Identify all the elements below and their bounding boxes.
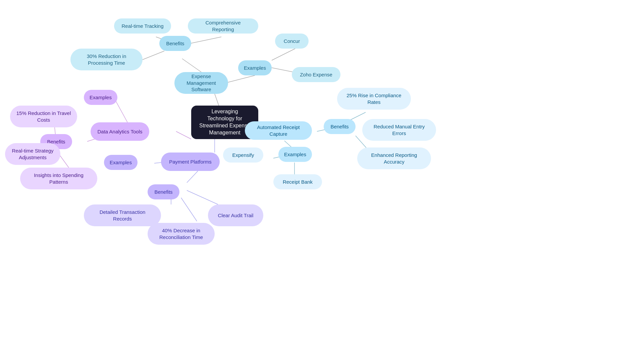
- data-analytics-node: Data Analytics Tools: [91, 122, 149, 141]
- examples-data-node: Examples: [84, 90, 117, 105]
- comprehensive-reporting-node: Comprehensive Reporting: [188, 18, 258, 34]
- examples-receipt-node: Examples: [278, 147, 312, 162]
- insights-spending-node: Insights into Spending Patterns: [20, 168, 97, 189]
- realtime-strategy-node: Real-time Strategy Adjustments: [5, 143, 60, 165]
- svg-line-3: [190, 37, 221, 44]
- svg-line-4: [143, 51, 164, 60]
- svg-line-8: [176, 131, 191, 139]
- benefits-payment-node: Benefits: [148, 184, 179, 199]
- realtime-tracking-node: Real-time Tracking: [114, 18, 171, 34]
- payment-platforms-node: Payment Platforms: [161, 153, 220, 171]
- expensify-node: Expensify: [223, 147, 263, 163]
- svg-line-18: [187, 190, 218, 204]
- center-label: Leveraging Technology for Streamlined Ex…: [197, 108, 252, 136]
- benefits-top-node: Benefits: [159, 36, 191, 51]
- automated-receipt-node: Automated Receipt Capture: [245, 121, 312, 140]
- svg-line-19: [181, 198, 197, 221]
- examples-payment-node: Examples: [104, 155, 138, 170]
- svg-line-21: [284, 141, 292, 147]
- compliance-rates-node: 25% Rise in Compliance Rates: [337, 88, 411, 110]
- benefits-receipt-node: Benefits: [324, 119, 356, 134]
- receipt-bank-node: Receipt Bank: [273, 174, 322, 189]
- svg-line-25: [349, 112, 366, 121]
- reduction-processing-node: 30% Reduction in Processing Time: [70, 49, 143, 70]
- svg-line-6: [272, 49, 295, 60]
- zoho-expense-node: Zoho Expense: [292, 67, 340, 82]
- detailed-transaction-node: Detailed Transaction Records: [84, 204, 161, 226]
- examples-top-node: Examples: [238, 60, 272, 75]
- reduced-manual-node: Reduced Manual Entry Errors: [362, 119, 436, 141]
- svg-line-16: [187, 171, 198, 183]
- decrease-reconciliation-node: 40% Decrease in Reconciliation Time: [148, 223, 215, 245]
- clear-audit-node: Clear Audit Trail: [208, 204, 263, 226]
- expense-mgmt-sw-node: Expense Management Software: [174, 72, 228, 94]
- reduction-travel-node: 15% Reduction in Travel Costs: [10, 106, 77, 127]
- enhanced-reporting-node: Enhanced Reporting Accuracy: [357, 147, 431, 169]
- svg-line-5: [225, 75, 255, 83]
- concur-node: Concur: [275, 34, 309, 49]
- svg-line-1: [182, 59, 201, 72]
